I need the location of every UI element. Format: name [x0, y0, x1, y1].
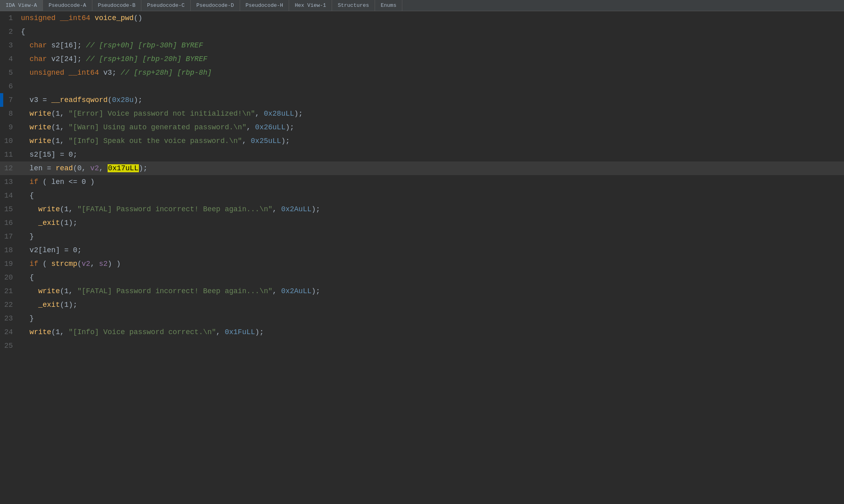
code-line: 11 s2[15] = 0;	[0, 148, 844, 161]
code-line: 4 char v2[24]; // [rsp+10h] [rbp-20h] BY…	[0, 52, 844, 66]
line-number: 9	[3, 120, 19, 134]
left-indicator-empty	[0, 148, 3, 161]
code-container: 1 unsigned __int64 voice_pwd() 2 { 3 cha…	[0, 11, 844, 504]
left-indicator-empty	[0, 312, 3, 325]
line-number: 22	[3, 298, 19, 312]
tab-enums[interactable]: Enums	[375, 0, 402, 11]
left-indicator-empty	[0, 161, 3, 175]
code-line: 10 write(1, "[Info] Speak out the voice …	[0, 134, 844, 148]
left-indicator-empty	[0, 107, 3, 120]
tab-pseudocode-c[interactable]: Pseudocode-C	[141, 0, 191, 11]
code-line: 1 unsigned __int64 voice_pwd()	[0, 11, 844, 25]
left-indicator-empty	[0, 202, 3, 216]
tab-pseudocode-b[interactable]: Pseudocode-B	[92, 0, 142, 11]
left-indicator-empty	[0, 189, 3, 202]
line-number: 14	[3, 189, 19, 202]
line-content: char v2[24]; // [rsp+10h] [rbp-20h] BYRE…	[19, 52, 844, 66]
left-indicator-empty	[0, 216, 3, 230]
line-number: 2	[3, 25, 19, 39]
code-line: 22 _exit(1);	[0, 298, 844, 312]
code-line: 13 if ( len <= 0 )	[0, 175, 844, 189]
code-line: 3 char s2[16]; // [rsp+0h] [rbp-30h] BYR…	[0, 39, 844, 52]
code-line: 14 {	[0, 189, 844, 202]
line-number: 4	[3, 52, 19, 66]
line-content: s2[15] = 0;	[19, 148, 844, 161]
line-content: write(1, "[Error] Voice password not ini…	[19, 107, 844, 120]
left-indicator-empty	[0, 25, 3, 39]
line-number: 24	[3, 325, 19, 339]
tab-hex-view[interactable]: Hex View-1	[289, 0, 332, 11]
line-number: 6	[3, 80, 19, 93]
left-indicator-empty	[0, 325, 3, 339]
line-number: 3	[3, 39, 19, 52]
line-content: _exit(1);	[19, 298, 844, 312]
line-content: unsigned __int64 voice_pwd()	[19, 11, 844, 25]
line-content	[19, 80, 844, 93]
line-content: v2[len] = 0;	[19, 243, 844, 257]
left-indicator-empty	[0, 257, 3, 271]
line-number: 12	[3, 161, 19, 175]
code-line: 7 v3 = __readfsqword(0x28u);	[0, 93, 844, 107]
left-indicator-empty	[0, 120, 3, 134]
line-number: 1	[3, 11, 19, 25]
line-number: 16	[3, 216, 19, 230]
line-content: }	[19, 312, 844, 325]
line-number: 8	[3, 107, 19, 120]
code-line: 5 unsigned __int64 v3; // [rsp+28h] [rbp…	[0, 66, 844, 80]
left-indicator-empty	[0, 284, 3, 298]
line-number: 10	[3, 134, 19, 148]
left-indicator-empty	[0, 339, 3, 353]
left-indicator-empty	[0, 39, 3, 52]
line-content: len = read(0, v2, 0x17uLL);	[19, 161, 844, 175]
line-content: {	[19, 25, 844, 39]
code-line: 25	[0, 339, 844, 353]
line-content: write(1, "[Warn] Using auto generated pa…	[19, 120, 844, 134]
left-indicator-empty	[0, 271, 3, 284]
left-indicator	[0, 93, 3, 107]
code-line: 23 }	[0, 312, 844, 325]
code-line: 2 {	[0, 25, 844, 39]
line-content: {	[19, 189, 844, 202]
code-line: 18 v2[len] = 0;	[0, 243, 844, 257]
tab-bar: IDA View-A Pseudocode-A Pseudocode-B Pse…	[0, 0, 844, 11]
code-line: 9 write(1, "[Warn] Using auto generated …	[0, 120, 844, 134]
code-line: 6	[0, 80, 844, 93]
line-content	[19, 339, 844, 353]
left-indicator-empty	[0, 230, 3, 243]
left-indicator-empty	[0, 80, 3, 93]
left-indicator-empty	[0, 243, 3, 257]
line-content: write(1, "[FATAL] Password incorrect! Be…	[19, 284, 844, 298]
line-number: 25	[3, 339, 19, 353]
tab-pseudocode-h[interactable]: Pseudocode-H	[240, 0, 289, 11]
left-indicator-empty	[0, 11, 3, 25]
line-content: if ( len <= 0 )	[19, 175, 844, 189]
code-line: 16 _exit(1);	[0, 216, 844, 230]
tab-pseudocode-d[interactable]: Pseudocode-D	[191, 0, 240, 11]
line-content: char s2[16]; // [rsp+0h] [rbp-30h] BYREF	[19, 39, 844, 52]
line-number: 7	[3, 93, 19, 107]
line-content: write(1, "[FATAL] Password incorrect! Be…	[19, 202, 844, 216]
tab-structures[interactable]: Structures	[332, 0, 375, 11]
line-content: {	[19, 271, 844, 284]
line-number: 5	[3, 66, 19, 80]
line-content: if ( strcmp(v2, s2) )	[19, 257, 844, 271]
code-line: 17 }	[0, 230, 844, 243]
left-indicator-empty	[0, 66, 3, 80]
line-number: 18	[3, 243, 19, 257]
line-number: 19	[3, 257, 19, 271]
line-content: _exit(1);	[19, 216, 844, 230]
line-number: 23	[3, 312, 19, 325]
line-number: 21	[3, 284, 19, 298]
line-number: 11	[3, 148, 19, 161]
code-line: 19 if ( strcmp(v2, s2) )	[0, 257, 844, 271]
code-line: 8 write(1, "[Error] Voice password not i…	[0, 107, 844, 120]
line-content: write(1, "[Info] Voice password correct.…	[19, 325, 844, 339]
line-content: write(1, "[Info] Speak out the voice pas…	[19, 134, 844, 148]
left-indicator-empty	[0, 175, 3, 189]
left-indicator-empty	[0, 52, 3, 66]
code-line: 20 {	[0, 271, 844, 284]
code-line: 15 write(1, "[FATAL] Password incorrect!…	[0, 202, 844, 216]
tab-ida-view[interactable]: IDA View-A	[0, 0, 43, 11]
tab-pseudocode-a[interactable]: Pseudocode-A	[43, 0, 92, 11]
line-number: 13	[3, 175, 19, 189]
